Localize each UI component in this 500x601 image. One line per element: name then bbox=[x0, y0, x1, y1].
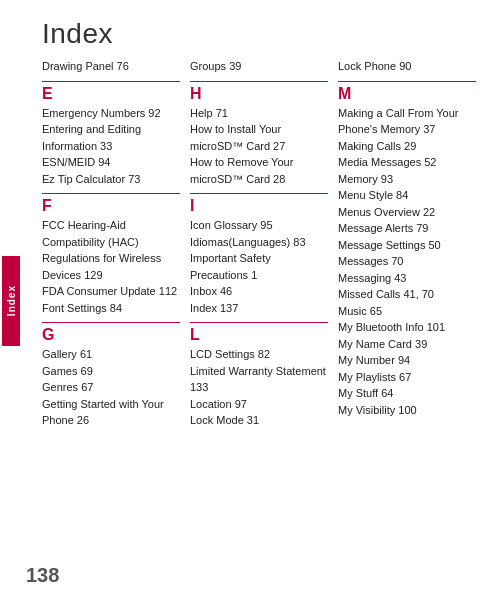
page-container: Index Index Drawing Panel 76 E Emergency… bbox=[0, 0, 500, 601]
entry-games: Games 69 bbox=[42, 363, 180, 380]
entry-idiomas: Idiomas(Languages) 83 bbox=[190, 234, 328, 251]
section-E-letter: E bbox=[42, 81, 180, 103]
entry-my-stuff: My Stuff 64 bbox=[338, 385, 476, 402]
entry-warranty: Limited Warranty Statement 133 bbox=[190, 363, 328, 396]
entry-memory: Memory 93 bbox=[338, 171, 476, 188]
section-M-letter: M bbox=[338, 81, 476, 103]
side-tab: Index bbox=[0, 0, 22, 601]
entry-emergency: Emergency Numbers 92 bbox=[42, 105, 180, 122]
entry-important: Important Safety Precautions 1 bbox=[190, 250, 328, 283]
entry-gallery: Gallery 61 bbox=[42, 346, 180, 363]
entry-esn: ESN/MEID 94 bbox=[42, 154, 180, 171]
entry-music: Music 65 bbox=[338, 303, 476, 320]
entry-fda: FDA Consumer Update 112 bbox=[42, 283, 180, 300]
entry-my-name-card: My Name Card 39 bbox=[338, 336, 476, 353]
entry-install: How to Install Your microSD™ Card 27 bbox=[190, 121, 328, 154]
entry-entering: Entering and Editing Information 33 bbox=[42, 121, 180, 154]
entry-help: Help 71 bbox=[190, 105, 328, 122]
entry-media: Media Messages 52 bbox=[338, 154, 476, 171]
entry-icon: Icon Glossary 95 bbox=[190, 217, 328, 234]
side-tab-bar: Index bbox=[2, 256, 20, 346]
entry-making-calls: Making Calls 29 bbox=[338, 138, 476, 155]
column-1: Drawing Panel 76 E Emergency Numbers 92 … bbox=[42, 58, 190, 583]
entry-my-visibility: My Visibility 100 bbox=[338, 402, 476, 419]
side-tab-label: Index bbox=[6, 285, 17, 316]
section-H-letter: H bbox=[190, 81, 328, 103]
entry-getting-started: Getting Started with Your Phone 26 bbox=[42, 396, 180, 429]
column-3: Lock Phone 90 M Making a Call From Your … bbox=[338, 58, 486, 583]
section-L-letter: L bbox=[190, 322, 328, 344]
section-F-letter: F bbox=[42, 193, 180, 215]
entry-my-bluetooth: My Bluetooth Info 101 bbox=[338, 319, 476, 336]
entry-message-settings: Message Settings 50 bbox=[338, 237, 476, 254]
entry-remove: How to Remove Your microSD™ Card 28 bbox=[190, 154, 328, 187]
page-number: 138 bbox=[26, 564, 59, 587]
page-title: Index bbox=[42, 18, 486, 50]
entry-menu-style: Menu Style 84 bbox=[338, 187, 476, 204]
entry-my-playlists: My Playlists 67 bbox=[338, 369, 476, 386]
column-2: Groups 39 H Help 71 How to Install Your … bbox=[190, 58, 338, 583]
entry-ez: Ez Tip Calculator 73 bbox=[42, 171, 180, 188]
entry-location: Location 97 bbox=[190, 396, 328, 413]
col2-intro: Groups 39 bbox=[190, 58, 328, 75]
entry-inbox: Inbox 46 bbox=[190, 283, 328, 300]
col1-intro: Drawing Panel 76 bbox=[42, 58, 180, 75]
entry-menus: Menus Overview 22 bbox=[338, 204, 476, 221]
entry-making-call: Making a Call From Your Phone's Memory 3… bbox=[338, 105, 476, 138]
entry-my-number: My Number 94 bbox=[338, 352, 476, 369]
entry-lcd: LCD Settings 82 bbox=[190, 346, 328, 363]
entry-lockmode: Lock Mode 31 bbox=[190, 412, 328, 429]
entry-messaging: Messaging 43 bbox=[338, 270, 476, 287]
entry-font: Font Settings 84 bbox=[42, 300, 180, 317]
col3-intro: Lock Phone 90 bbox=[338, 58, 476, 75]
entry-genres: Genres 67 bbox=[42, 379, 180, 396]
entry-message-alerts: Message Alerts 79 bbox=[338, 220, 476, 237]
entry-messages: Messages 70 bbox=[338, 253, 476, 270]
entry-index: Index 137 bbox=[190, 300, 328, 317]
section-G-letter: G bbox=[42, 322, 180, 344]
main-content: Index Drawing Panel 76 E Emergency Numbe… bbox=[22, 0, 500, 601]
section-I-letter: I bbox=[190, 193, 328, 215]
entry-fcc: FCC Hearing-Aid Compatibility (HAC) Regu… bbox=[42, 217, 180, 283]
entry-missed-calls: Missed Calls 41, 70 bbox=[338, 286, 476, 303]
columns-container: Drawing Panel 76 E Emergency Numbers 92 … bbox=[42, 58, 486, 583]
